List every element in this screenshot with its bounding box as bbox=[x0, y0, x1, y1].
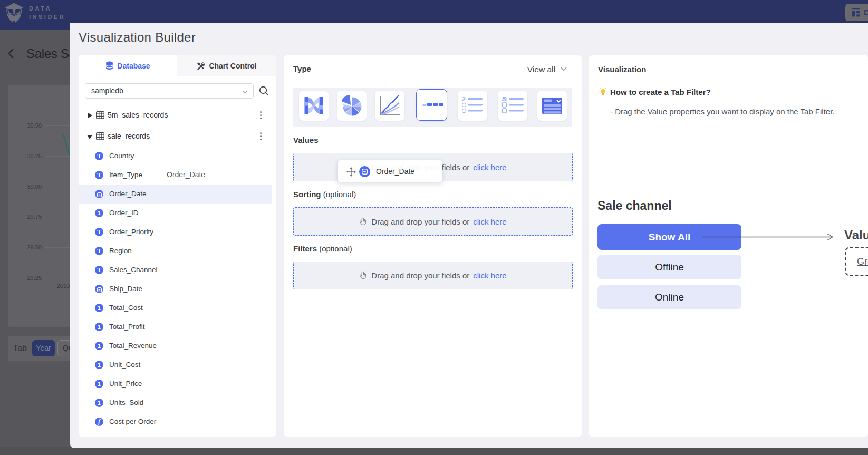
svg-text:Tab: Tab bbox=[421, 103, 427, 107]
